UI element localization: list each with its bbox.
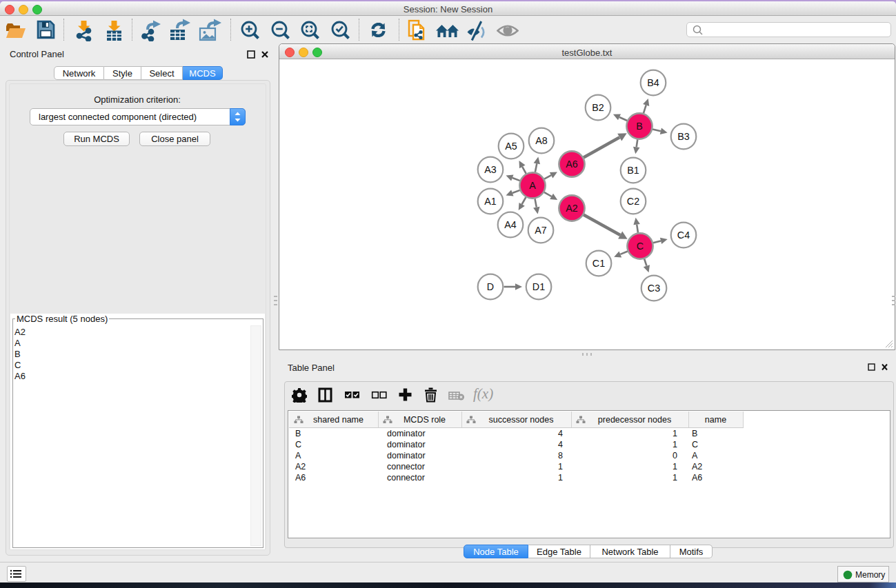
svg-text:B4: B4 [647, 77, 659, 88]
svg-text:A7: A7 [535, 225, 547, 236]
svg-text:A: A [529, 180, 536, 191]
svg-text:D: D [487, 281, 494, 292]
svg-text:A2: A2 [566, 203, 578, 214]
svg-text:C1: C1 [593, 258, 605, 269]
svg-text:A1: A1 [484, 196, 497, 207]
svg-text:C3: C3 [648, 283, 660, 294]
svg-text:C2: C2 [627, 196, 639, 207]
svg-text:A4: A4 [504, 219, 517, 230]
svg-text:C: C [637, 241, 644, 252]
svg-text:A3: A3 [484, 164, 497, 175]
svg-text:A8: A8 [535, 135, 548, 146]
svg-text:C4: C4 [677, 230, 690, 241]
svg-text:B2: B2 [592, 102, 604, 113]
svg-text:A5: A5 [505, 141, 517, 152]
svg-text:A6: A6 [566, 159, 578, 170]
svg-text:D1: D1 [532, 281, 545, 292]
svg-text:B: B [636, 121, 643, 132]
svg-text:B1: B1 [627, 165, 639, 176]
svg-text:B3: B3 [677, 131, 690, 142]
